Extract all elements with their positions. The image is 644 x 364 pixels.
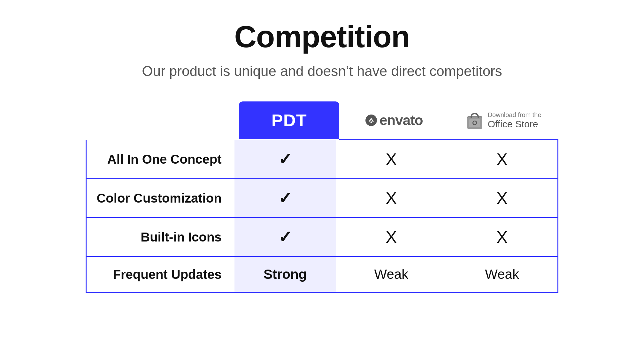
feature-label: Frequent Updates [113, 267, 222, 282]
x-mark: X [386, 189, 397, 208]
x-mark: X [496, 189, 508, 208]
svg-point-0 [365, 115, 377, 126]
envato-cell: X [336, 218, 447, 256]
pdt-column-header: PDT [239, 101, 339, 139]
office-store-bag-icon: O [466, 110, 483, 130]
page-subtitle: Our product is unique and doesn’t have d… [142, 63, 502, 79]
feature-label: Color Customization [96, 191, 221, 205]
table-row: Frequent Updates Strong Weak Weak [87, 257, 557, 292]
pdt-cell: ✓ [234, 218, 336, 256]
pdt-cell: ✓ [234, 140, 336, 178]
table-header-row: PDT envato [239, 101, 558, 139]
pdt-cell: Strong [234, 257, 336, 292]
envato-label: envato [379, 112, 423, 128]
officestore-text-block: Download from the Office Store [488, 111, 541, 130]
row-label-cell: Built-in Icons [87, 220, 234, 254]
x-mark: X [386, 150, 397, 169]
envato-logo: envato [365, 112, 423, 128]
row-label-cell: Color Customization [87, 182, 234, 215]
svg-text:O: O [472, 119, 477, 126]
table-data-rows: All In One Concept ✓ X X Color Customiza… [86, 140, 558, 293]
table-row: Built-in Icons ✓ X X [87, 218, 557, 257]
weak-value: Weak [485, 267, 519, 282]
check-mark: ✓ [278, 227, 292, 247]
comparison-table: PDT envato [86, 101, 558, 293]
slide: Competition Our product is unique and do… [0, 0, 644, 364]
envato-cell: Weak [336, 257, 447, 292]
envato-column-header: envato [339, 101, 449, 139]
strong-value: Strong [264, 267, 307, 282]
row-label-cell: All In One Concept [87, 143, 234, 176]
officestore-name-text: Office Store [488, 119, 541, 130]
pdt-cell: ✓ [234, 179, 336, 217]
check-mark: ✓ [278, 150, 292, 169]
officestore-cell: Weak [447, 257, 557, 292]
weak-value: Weak [374, 267, 409, 282]
svg-point-1 [370, 122, 372, 123]
officestore-logo: O Download from the Office Store [466, 110, 541, 130]
pdt-header-label: PDT [272, 110, 307, 130]
envato-cell: X [336, 179, 447, 217]
envato-icon [365, 115, 377, 126]
officestore-cell: X [447, 179, 557, 217]
officestore-cell: X [447, 140, 557, 178]
x-mark: X [496, 150, 508, 169]
page-title: Competition [234, 19, 410, 54]
row-label-cell: Frequent Updates [87, 258, 234, 291]
envato-cell: X [336, 140, 447, 178]
x-mark: X [496, 227, 508, 247]
officestore-cell: X [447, 218, 557, 256]
officestore-column-header: O Download from the Office Store [449, 101, 558, 139]
check-mark: ✓ [278, 189, 292, 208]
table-row: Color Customization ✓ X X [87, 179, 557, 218]
x-mark: X [386, 227, 397, 247]
feature-label: Built-in Icons [141, 230, 221, 244]
feature-label: All In One Concept [107, 152, 222, 167]
officestore-download-text: Download from the [488, 111, 541, 119]
table-row: All In One Concept ✓ X X [87, 140, 557, 179]
